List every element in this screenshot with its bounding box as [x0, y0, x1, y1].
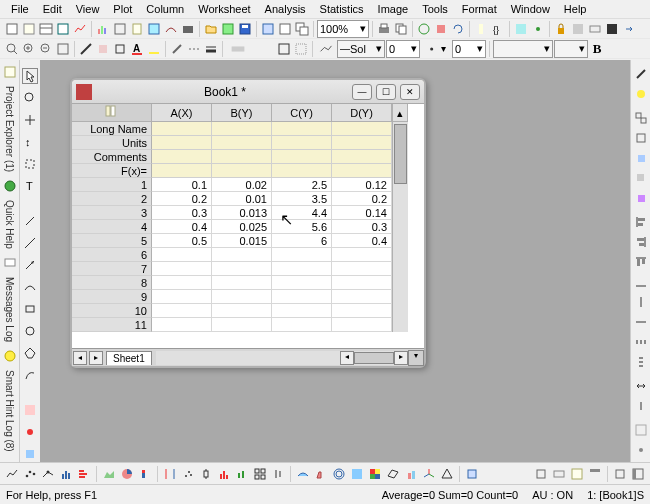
3d-bars-button[interactable] [403, 466, 419, 482]
row-comments[interactable]: Comments [72, 150, 152, 164]
row-number[interactable]: 8 [72, 276, 152, 290]
line-color-icon[interactable] [78, 41, 94, 57]
cell[interactable]: 0.4 [152, 220, 212, 234]
highlight-icon[interactable] [146, 41, 162, 57]
curve-tool-icon[interactable] [22, 279, 38, 295]
align-hcenter-icon[interactable] [633, 294, 649, 310]
row-units[interactable]: Units [72, 136, 152, 150]
dup-icon[interactable] [393, 21, 409, 37]
row-number[interactable]: 7 [72, 262, 152, 276]
cell[interactable]: 0.1 [152, 178, 212, 192]
menu-file[interactable]: File [4, 1, 36, 17]
font-size-combo[interactable]: ▾ [554, 40, 588, 58]
cell[interactable]: 0.3 [152, 206, 212, 220]
arrow-tool-icon[interactable] [22, 257, 38, 273]
line-plot-button[interactable] [4, 466, 20, 482]
group-icon[interactable] [633, 110, 649, 126]
column-header-d[interactable]: D(Y) [332, 104, 392, 122]
image-plot-button[interactable] [349, 466, 365, 482]
pointer-tool-icon[interactable] [22, 68, 38, 84]
ungroup-icon[interactable] [633, 130, 649, 146]
box-plot-button[interactable] [198, 466, 214, 482]
lock-icon[interactable] [553, 21, 569, 37]
row-number[interactable]: 6 [72, 248, 152, 262]
circle-tool-icon[interactable] [22, 323, 38, 339]
column-plot-button[interactable] [58, 466, 74, 482]
cell[interactable]: 0.12 [332, 178, 392, 192]
rect-tool-icon[interactable] [22, 301, 38, 317]
cell[interactable]: 0.4 [332, 234, 392, 248]
row-longname[interactable]: Long Name [72, 122, 152, 136]
light-icon[interactable] [633, 86, 649, 102]
new-notes-icon[interactable] [129, 21, 145, 37]
zoom-combo[interactable]: 100%▾ [317, 20, 369, 38]
menu-view[interactable]: View [69, 1, 107, 17]
new-graph3-icon[interactable] [146, 21, 162, 37]
cell[interactable]: 6 [272, 234, 332, 248]
stock-button[interactable] [270, 466, 286, 482]
polygon-tool-icon[interactable] [22, 345, 38, 361]
messages-log-tab[interactable]: Messages Log [2, 273, 17, 346]
hint-toggle-icon[interactable] [2, 348, 18, 364]
row-number[interactable]: 2 [72, 192, 152, 206]
align-left-icon[interactable] [633, 214, 649, 230]
scroll-up-button[interactable]: ▴ [392, 104, 408, 122]
cell[interactable]: 0.025 [212, 220, 272, 234]
same-width-icon[interactable] [633, 378, 649, 394]
refresh-icon[interactable] [450, 21, 466, 37]
hist-button[interactable] [216, 466, 232, 482]
restore-window-button[interactable] [533, 466, 549, 482]
column-header-b[interactable]: B(Y) [212, 104, 272, 122]
no-border-icon[interactable] [293, 41, 309, 57]
text-tool-icon[interactable]: T [22, 178, 38, 194]
add-column-icon[interactable] [473, 21, 489, 37]
row-number[interactable]: 5 [72, 234, 152, 248]
bold-button[interactable]: B [589, 41, 605, 57]
horizontal-scrollbar[interactable] [354, 352, 394, 364]
menu-window[interactable]: Window [504, 1, 557, 17]
import-wizard-icon[interactable] [260, 21, 276, 37]
cell[interactable]: 0.5 [152, 234, 212, 248]
cell[interactable]: 5.6 [272, 220, 332, 234]
open-icon[interactable] [203, 21, 219, 37]
menu-statistics[interactable]: Statistics [313, 1, 371, 17]
cell[interactable]: 0.3 [332, 220, 392, 234]
headers-toggle-icon[interactable] [587, 466, 603, 482]
workbook-window[interactable]: Book1 * — ☐ ✕ A(X) B(Y) C(Y) D(Y) ▴ Long… [70, 78, 426, 368]
rescale-all-icon[interactable] [55, 41, 71, 57]
3d-bar-button[interactable] [313, 466, 329, 482]
minimize-button[interactable]: — [352, 84, 372, 100]
command-icon[interactable] [587, 21, 603, 37]
font-color-icon[interactable]: A [129, 41, 145, 57]
zoom-tool-icon[interactable] [22, 90, 38, 106]
categorical-button[interactable] [234, 466, 250, 482]
draw-tool-icon[interactable] [22, 213, 38, 229]
transfer-icon[interactable] [621, 21, 637, 37]
region-tool-icon[interactable] [22, 367, 38, 383]
align-top-icon[interactable] [633, 254, 649, 270]
menu-plot[interactable]: Plot [106, 1, 139, 17]
line-weight-icon[interactable] [203, 41, 219, 57]
cell[interactable]: 3.5 [272, 192, 332, 206]
pattern-icon[interactable] [226, 41, 250, 57]
cell[interactable]: 0.02 [212, 178, 272, 192]
line-style-combo[interactable]: — Sol▾ [337, 40, 385, 58]
3d-scatter-button[interactable] [180, 466, 196, 482]
new-worksheet-icon[interactable] [38, 21, 54, 37]
template-library-icon[interactable] [180, 21, 196, 37]
new-matrix-icon[interactable] [55, 21, 71, 37]
close-button[interactable]: ✕ [400, 84, 420, 100]
results-log-icon[interactable] [513, 21, 529, 37]
3d-xyz-button[interactable] [421, 466, 437, 482]
bring-data-icon[interactable] [633, 190, 649, 206]
menu-help[interactable]: Help [557, 1, 594, 17]
3d-surface-button[interactable] [295, 466, 311, 482]
batch-icon[interactable] [433, 21, 449, 37]
fill-picker-icon[interactable] [112, 41, 128, 57]
heatmap-button[interactable] [367, 466, 383, 482]
line-symbol-button[interactable] [40, 466, 56, 482]
project-explorer-tab[interactable]: Project Explorer (1) [2, 82, 17, 176]
grad-icon[interactable] [251, 41, 275, 57]
3d-ternary-button[interactable] [439, 466, 455, 482]
cell[interactable]: 4.4 [272, 206, 332, 220]
